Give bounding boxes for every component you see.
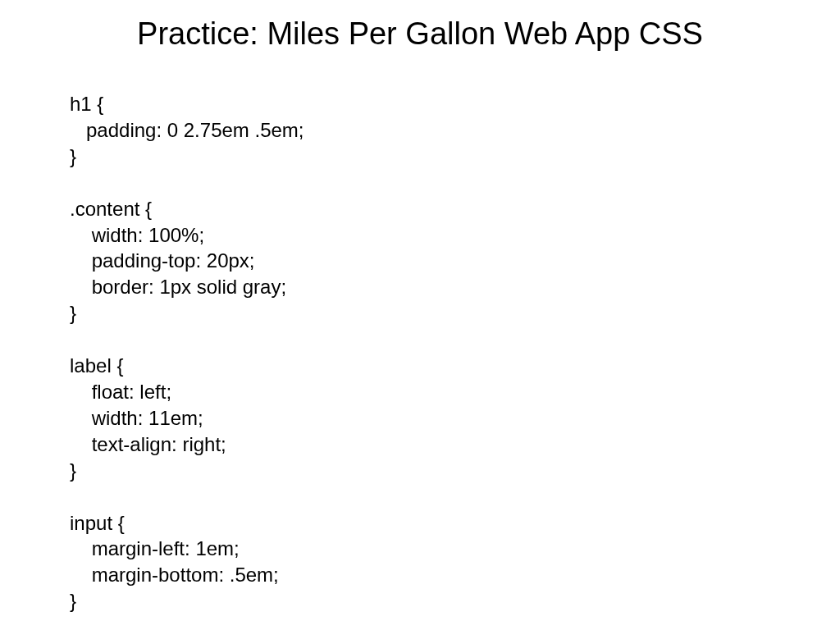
slide-title: Practice: Miles Per Gallon Web App CSS <box>70 16 770 52</box>
css-code-block: h1 { padding: 0 2.75em .5em; } .content … <box>70 91 770 614</box>
slide-container: Practice: Miles Per Gallon Web App CSS h… <box>0 0 840 630</box>
